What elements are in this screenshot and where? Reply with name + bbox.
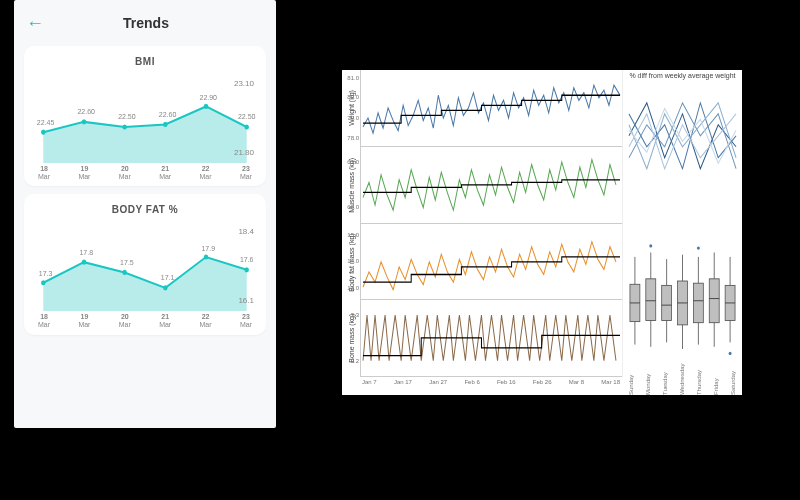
bf-pt-4: 17.9 <box>201 245 215 252</box>
weight-yt-2: 80.0 <box>347 94 359 100</box>
ts-x-5: Feb 26 <box>533 379 552 395</box>
bodyfat-card[interactable]: BODY FAT % 18.4 16.1 17.3 17.8 17.5 17.1… <box>24 194 266 334</box>
timeseries-dashboard: Weight (kg) 78.0 79.0 80.0 81.0 Muscle m… <box>342 70 742 395</box>
bmi-x-1: 19 <box>78 165 90 173</box>
muscle-yt-0: 60.0 <box>347 204 359 210</box>
bmi-pt-2: 22.50 <box>118 114 136 121</box>
bfm-yt-2: 15.0 <box>347 232 359 238</box>
dow-4: Thursday <box>696 377 702 395</box>
svg-point-10 <box>204 255 209 260</box>
page-title: Trends <box>26 15 266 31</box>
weekly-diff-lines: % diff from weekly average weight <box>623 70 742 224</box>
weight-yt-1: 79.0 <box>347 115 359 121</box>
svg-point-9 <box>163 286 168 291</box>
bmi-x-5: 23 <box>240 165 252 173</box>
ts-x-2: Jan 27 <box>429 379 447 395</box>
dow-axis: Sunday Monday Tuesday Wednesday Thursday… <box>622 377 742 395</box>
svg-point-7 <box>82 260 87 265</box>
bmi-chart: 23.10 21.80 22.45 22.60 22.50 22.60 22.9… <box>32 73 258 163</box>
bonemass-chart: 3.2 3.3 <box>360 300 622 377</box>
bf-pt-2: 17.5 <box>120 259 134 266</box>
bone-yt-0: 3.2 <box>351 358 359 364</box>
bf-y-top: 18.4 <box>238 227 254 236</box>
bmi-card-title: BMI <box>32 56 258 67</box>
bmi-x-2: 20 <box>119 165 131 173</box>
svg-point-34 <box>697 246 700 249</box>
bf-x-3: 21 <box>159 313 171 321</box>
svg-point-3 <box>163 122 168 127</box>
svg-point-6 <box>41 281 46 286</box>
svg-point-33 <box>649 244 652 247</box>
bodyfat-chart: 18.4 16.1 17.3 17.8 17.5 17.1 17.9 17.6 <box>32 221 258 311</box>
timeseries-x-axis: Jan 7 Jan 17 Jan 27 Feb 6 Feb 16 Feb 26 … <box>360 377 622 395</box>
ts-x-6: Mar 8 <box>569 379 584 395</box>
bmi-pt-1: 22.60 <box>77 108 95 115</box>
bf-x-2: 20 <box>119 313 131 321</box>
bmi-pt-5: 22.50 <box>238 114 256 121</box>
weekly-diff-boxplots <box>623 224 742 378</box>
svg-point-2 <box>122 124 127 129</box>
svg-point-11 <box>244 268 249 273</box>
dow-2: Tuesday <box>662 377 668 395</box>
bodyfat-card-title: BODY FAT % <box>32 204 258 215</box>
trends-panel: ← Trends BMI 23.10 21.80 22.45 22.60 22.… <box>14 0 276 428</box>
bmi-sparkline-icon <box>32 73 258 163</box>
bmi-y-top: 23.10 <box>234 79 254 88</box>
svg-rect-16 <box>646 278 656 320</box>
svg-point-4 <box>204 104 209 109</box>
bfm-yt-1: 14.0 <box>347 258 359 264</box>
bmi-x-4: 22 <box>200 165 212 173</box>
bmi-x-0: 18 <box>38 165 50 173</box>
bone-yt-1: 3.3 <box>351 312 359 318</box>
ts-x-1: Jan 17 <box>394 379 412 395</box>
bmi-pt-0: 22.45 <box>37 119 55 126</box>
bmi-pt-3: 22.60 <box>159 111 177 118</box>
bmi-pt-4: 22.90 <box>200 94 218 101</box>
svg-point-1 <box>82 119 87 124</box>
muscle-yt-1: 61.0 <box>347 159 359 165</box>
bodyfatmass-chart: 13.0 14.0 15.0 <box>360 224 622 301</box>
bf-x-0: 18 <box>38 313 50 321</box>
bf-pt-0: 17.3 <box>39 270 53 277</box>
weight-yt-0: 78.0 <box>347 135 359 141</box>
ts-x-0: Jan 7 <box>362 379 377 395</box>
bf-pt-1: 17.8 <box>79 249 93 256</box>
dow-6: Saturday <box>730 377 736 395</box>
svg-rect-19 <box>662 285 672 320</box>
svg-point-0 <box>41 130 46 135</box>
dow-0: Sunday <box>628 377 634 395</box>
weekly-diff-column: % diff from weekly average weight <box>622 70 742 377</box>
bodyfat-sparkline-icon <box>32 221 258 311</box>
weight-yt-3: 81.0 <box>347 75 359 81</box>
bfm-yt-0: 13.0 <box>347 285 359 291</box>
bmi-y-bot: 21.80 <box>234 148 254 157</box>
svg-point-8 <box>122 270 127 275</box>
svg-rect-25 <box>693 283 703 322</box>
dow-1: Monday <box>645 377 651 395</box>
bf-x-5: 23 <box>240 313 252 321</box>
bf-x-4: 22 <box>200 313 212 321</box>
bf-pt-5: 17.6 <box>240 257 254 264</box>
trends-header: ← Trends <box>24 8 266 38</box>
weight-chart: 78.0 79.0 80.0 81.0 <box>360 70 622 147</box>
bf-y-bot: 16.1 <box>238 296 254 305</box>
ts-x-7: Mar 18 <box>601 379 620 395</box>
ts-x-4: Feb 16 <box>497 379 516 395</box>
bmi-x-3: 21 <box>159 165 171 173</box>
dow-3: Wednesday <box>679 377 685 395</box>
bmi-card[interactable]: BMI 23.10 21.80 22.45 22.60 22.50 22.60 … <box>24 46 266 186</box>
bf-x-1: 19 <box>78 313 90 321</box>
bodyfat-x-axis: 18Mar 19Mar 20Mar 21Mar 22Mar 23Mar <box>32 313 258 328</box>
ts-x-3: Feb 6 <box>464 379 479 395</box>
svg-point-5 <box>244 124 249 129</box>
muscle-chart: 60.0 61.0 <box>360 147 622 224</box>
svg-point-35 <box>729 351 732 354</box>
bf-pt-3: 17.1 <box>161 275 175 282</box>
dow-5: Friday <box>713 377 719 395</box>
svg-rect-28 <box>709 278 719 322</box>
bmi-x-axis: 18Mar 19Mar 20Mar 21Mar 22Mar 23Mar <box>32 165 258 180</box>
